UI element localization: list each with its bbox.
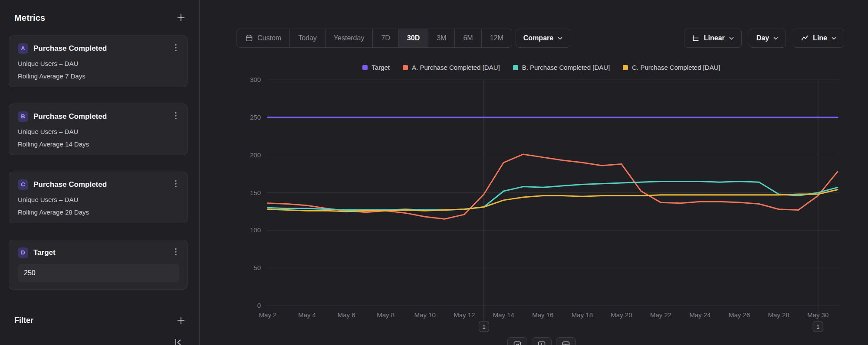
scale-select-button[interactable]: Linear bbox=[684, 29, 742, 48]
range-yesterday-button[interactable]: Yesterday bbox=[326, 29, 373, 47]
legend-item-a[interactable]: A. Purchase Completed [DAU] bbox=[403, 64, 500, 71]
svg-text:100: 100 bbox=[250, 226, 261, 234]
metric-measurement[interactable]: Unique Users – DAU bbox=[18, 128, 179, 135]
filter-section-title: Filter bbox=[14, 316, 33, 325]
metric-measurement[interactable]: Unique Users – DAU bbox=[18, 196, 179, 203]
series-badge-c: C bbox=[18, 179, 28, 190]
range-6m-button[interactable]: 6M bbox=[455, 29, 481, 47]
range-3m-button[interactable]: 3M bbox=[428, 29, 455, 47]
metric-card-c[interactable]: C Purchase Completed Unique Users – DAU … bbox=[9, 172, 187, 223]
legend-item-target[interactable]: Target bbox=[362, 64, 390, 71]
range-7d-button[interactable]: 7D bbox=[373, 29, 398, 47]
widget-bar-chart-button[interactable] bbox=[532, 337, 552, 345]
metric-rolling-average[interactable]: Rolling Average 7 Days bbox=[18, 72, 179, 80]
svg-text:May 10: May 10 bbox=[414, 311, 436, 319]
chart-area: 050100150200250300May 2May 4May 6May 8Ma… bbox=[237, 76, 846, 336]
widget-line-chart-button[interactable] bbox=[507, 337, 527, 345]
svg-text:200: 200 bbox=[250, 151, 261, 159]
mini-table-icon bbox=[562, 341, 570, 345]
svg-text:150: 150 bbox=[250, 189, 261, 196]
metric-title: Purchase Completed bbox=[33, 44, 167, 53]
metric-title: Purchase Completed bbox=[33, 112, 167, 121]
chevron-down-icon bbox=[773, 37, 778, 40]
legend-swatch bbox=[403, 65, 408, 70]
plus-icon bbox=[176, 316, 186, 325]
series-badge-b: B bbox=[18, 111, 28, 122]
svg-text:300: 300 bbox=[250, 76, 261, 83]
svg-text:50: 50 bbox=[253, 264, 261, 271]
legend-label: C. Purchase Completed [DAU] bbox=[632, 64, 720, 71]
filter-header: Filter bbox=[14, 314, 187, 327]
svg-text:May 8: May 8 bbox=[377, 311, 395, 319]
legend-label: A. Purchase Completed [DAU] bbox=[412, 64, 500, 71]
range-30d-button[interactable]: 30D bbox=[399, 29, 428, 47]
svg-text:May 2: May 2 bbox=[259, 311, 277, 319]
range-label: 7D bbox=[381, 34, 390, 42]
mini-bar-chart-icon bbox=[538, 341, 546, 345]
target-card-header: D Target bbox=[18, 247, 179, 258]
chart-type-select-button[interactable]: Line bbox=[793, 29, 844, 48]
add-metric-button[interactable] bbox=[174, 11, 187, 24]
line-chart-icon bbox=[801, 34, 809, 42]
compare-label: Compare bbox=[523, 34, 553, 42]
metric-rolling-average[interactable]: Rolling Average 28 Days bbox=[18, 208, 179, 216]
bottom-widget-bar bbox=[237, 337, 846, 345]
svg-text:May 26: May 26 bbox=[729, 311, 750, 319]
svg-text:1: 1 bbox=[816, 323, 819, 330]
chart-type-label: Line bbox=[813, 34, 827, 42]
chart-display-controls: Linear Day Line bbox=[684, 29, 844, 48]
range-custom-button[interactable]: Custom bbox=[237, 29, 290, 47]
interval-select-button[interactable]: Day bbox=[749, 29, 786, 48]
line-chart[interactable]: 050100150200250300May 2May 4May 6May 8Ma… bbox=[237, 76, 846, 336]
svg-text:May 20: May 20 bbox=[611, 311, 632, 319]
target-options-button[interactable] bbox=[172, 247, 179, 258]
svg-text:0: 0 bbox=[257, 302, 261, 309]
svg-text:250: 250 bbox=[250, 114, 261, 121]
metric-options-button[interactable] bbox=[172, 179, 179, 190]
metric-card-a[interactable]: A Purchase Completed Unique Users – DAU … bbox=[9, 36, 187, 87]
range-label: Yesterday bbox=[334, 34, 365, 42]
kebab-menu-icon bbox=[175, 248, 177, 256]
svg-text:May 18: May 18 bbox=[572, 311, 593, 319]
compare-button[interactable]: Compare bbox=[516, 29, 570, 48]
metric-card-b[interactable]: B Purchase Completed Unique Users – DAU … bbox=[9, 104, 187, 155]
metric-card-header: A Purchase Completed bbox=[18, 43, 179, 54]
svg-text:May 28: May 28 bbox=[768, 311, 789, 319]
svg-text:May 16: May 16 bbox=[532, 311, 553, 319]
calendar-icon bbox=[245, 34, 253, 42]
series-badge-a: A bbox=[18, 43, 28, 54]
target-value-input[interactable] bbox=[18, 264, 179, 282]
range-label: Today bbox=[298, 34, 317, 42]
interval-label: Day bbox=[756, 34, 769, 42]
metric-measurement[interactable]: Unique Users – DAU bbox=[18, 60, 179, 67]
chevron-down-icon bbox=[832, 37, 836, 40]
range-today-button[interactable]: Today bbox=[290, 29, 326, 47]
metric-title: Purchase Completed bbox=[33, 180, 167, 189]
metric-options-button[interactable] bbox=[172, 43, 179, 54]
date-range-segmented: Custom Today Yesterday 7D 30D 3M 6M 12M bbox=[237, 29, 512, 48]
app-root: Metrics A Purchase Completed Unique User… bbox=[0, 0, 868, 345]
target-title: Target bbox=[33, 248, 167, 257]
chart-panel: Custom Today Yesterday 7D 30D 3M 6M 12M … bbox=[200, 0, 868, 345]
svg-text:May 22: May 22 bbox=[650, 311, 671, 319]
svg-text:1: 1 bbox=[482, 323, 485, 330]
legend-item-b[interactable]: B. Purchase Completed [DAU] bbox=[513, 64, 610, 71]
legend-label: B. Purchase Completed [DAU] bbox=[522, 64, 610, 71]
range-12m-button[interactable]: 12M bbox=[482, 29, 512, 47]
metric-rolling-average[interactable]: Rolling Average 14 Days bbox=[18, 140, 179, 148]
legend-swatch bbox=[362, 65, 368, 70]
legend-item-c[interactable]: C. Purchase Completed [DAU] bbox=[623, 64, 720, 71]
kebab-menu-icon bbox=[175, 112, 177, 120]
range-label: 12M bbox=[490, 34, 503, 42]
widget-table-button[interactable] bbox=[556, 337, 576, 345]
mini-line-chart-icon bbox=[513, 341, 521, 345]
svg-text:May 12: May 12 bbox=[454, 311, 475, 319]
sidebar: Metrics A Purchase Completed Unique User… bbox=[0, 0, 200, 345]
kebab-menu-icon bbox=[175, 180, 177, 188]
metric-options-button[interactable] bbox=[172, 111, 179, 122]
add-filter-button[interactable] bbox=[174, 314, 187, 327]
target-card[interactable]: D Target bbox=[9, 240, 187, 290]
chevron-down-icon bbox=[729, 37, 734, 40]
plus-icon bbox=[176, 13, 186, 23]
collapse-sidebar-button[interactable] bbox=[173, 338, 183, 345]
